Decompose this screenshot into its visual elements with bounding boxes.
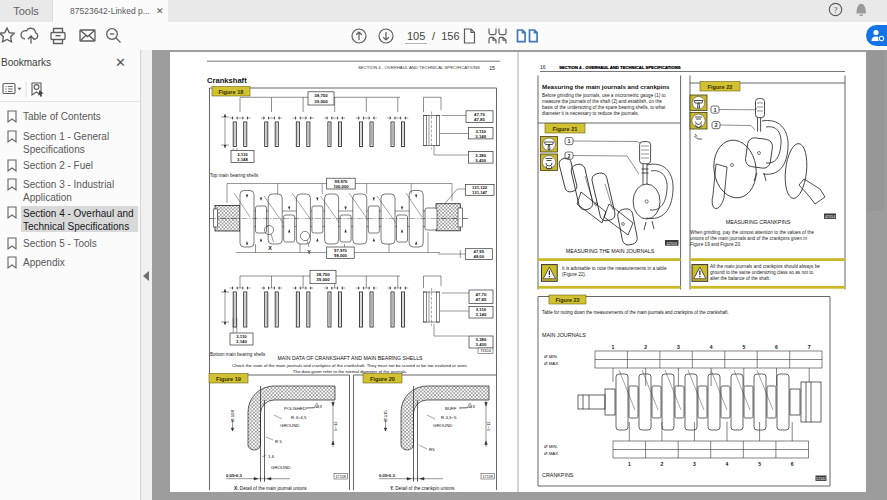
svg-text:42554: 42554 (825, 215, 836, 219)
svg-text:?: ? (834, 5, 838, 15)
svg-text:Figure 19 and Figure 20.: Figure 19 and Figure 20. (690, 242, 741, 247)
svg-text:0,3: 0,3 (316, 404, 322, 409)
svg-text:X. Detail of the main journal: X. Detail of the main journal unions (234, 486, 307, 491)
svg-text:7: 7 (808, 344, 811, 350)
svg-text:6: 6 (791, 461, 794, 467)
svg-text:ground to the same undersizing: ground to the same undersizing class so … (710, 270, 814, 275)
svg-text:3,140: 3,140 (476, 312, 487, 317)
svg-text:R5: R5 (429, 447, 435, 452)
svg-text:Table for noting down the meas: Table for noting down the measurements o… (542, 310, 729, 315)
svg-text:POLISHED: POLISHED (284, 406, 306, 411)
svg-text:131,147: 131,147 (472, 190, 488, 195)
svg-text:GROUND: GROUND (433, 423, 453, 428)
svg-text:6: 6 (775, 344, 778, 350)
svg-text:R 5: R 5 (275, 439, 282, 444)
svg-text:Ø MIN.: Ø MIN. (544, 444, 558, 449)
svg-text:73104: 73104 (480, 349, 491, 353)
svg-text:3,148: 3,148 (237, 157, 248, 162)
svg-text:GROUND: GROUND (271, 465, 291, 470)
svg-text:48,00: 48,00 (474, 254, 485, 259)
svg-text:5: 5 (742, 344, 745, 350)
svg-text:38,750: 38,750 (316, 272, 330, 277)
svg-text:X: X (268, 245, 272, 251)
svg-text:measure the journals of the sh: measure the journals of the shaft (2) an… (542, 99, 662, 104)
svg-text:Ø 115: Ø 115 (383, 410, 388, 422)
svg-text:SECTION 4 - OVERHAUL AND TECHN: SECTION 4 - OVERHAUL AND TECHNICAL SPECI… (559, 65, 681, 70)
svg-text:BUFF: BUFF (445, 406, 457, 411)
svg-text:16: 16 (540, 64, 546, 70)
svg-text:R 4÷4,5: R 4÷4,5 (291, 415, 307, 420)
svg-text:5: 5 (758, 461, 761, 467)
svg-text:1: 1 (628, 461, 631, 467)
svg-text:39,000: 39,000 (316, 277, 330, 282)
svg-text:1: 1 (714, 108, 717, 113)
svg-text:42553: 42553 (666, 242, 677, 246)
svg-text:basis of the undersizing of th: basis of the undersizing of the spare be… (542, 105, 666, 110)
svg-text:GROUND: GROUND (280, 423, 300, 428)
svg-text:/ 156: / 156 (432, 30, 460, 42)
svg-text:Top main bearing shells: Top main bearing shells (210, 173, 259, 178)
svg-text:When grinding, pay the utmost: When grinding, pay the utmost attention … (690, 230, 814, 235)
svg-text:Before grinding the journals,: Before grinding the journals, use a micr… (542, 93, 666, 98)
svg-text:17159: 17159 (483, 475, 493, 479)
svg-text:3,140: 3,140 (236, 339, 247, 344)
svg-text:1: 1 (568, 139, 571, 144)
svg-text:3,430: 3,430 (475, 158, 486, 163)
svg-text:Y: Y (307, 249, 311, 255)
svg-text:Check the state of the main jo: Check the state of the main journals and… (232, 363, 468, 368)
svg-text:diameter it is necessary to re: diameter it is necessary to reduce the j… (542, 111, 639, 116)
svg-text:0,05•0,3: 0,05•0,3 (379, 473, 395, 478)
svg-text:Figure 18: Figure 18 (219, 89, 244, 95)
svg-text:98,000: 98,000 (334, 253, 347, 258)
svg-text:3: 3 (677, 344, 680, 350)
svg-text:MEASURING CRANKPINS: MEASURING CRANKPINS (726, 219, 791, 225)
svg-text:Figure 20: Figure 20 (370, 376, 395, 382)
svg-text:47,85: 47,85 (476, 297, 487, 302)
svg-text:52342: 52342 (816, 477, 826, 481)
svg-text:47,70: 47,70 (476, 292, 487, 297)
svg-text:Measuring the main journals an: Measuring the main journals and crankpin… (542, 83, 670, 90)
svg-text:39,000: 39,000 (314, 99, 328, 104)
svg-text:Figure 19: Figure 19 (216, 376, 241, 382)
svg-text:9÷12: 9÷12 (333, 421, 338, 431)
svg-text:unions of the main journals an: unions of the main journals and of the c… (690, 236, 807, 241)
svg-text:Ø MIN.: Ø MIN. (544, 354, 558, 359)
svg-text:R 4,5÷5: R 4,5÷5 (441, 415, 457, 420)
svg-text:MEASURING THE MAIN JOURNALS: MEASURING THE MAIN JOURNALS (566, 248, 655, 254)
svg-text:SECTION 4 - OVERHAUL AND TECHN: SECTION 4 - OVERHAUL AND TECHNICAL SPECI… (358, 65, 480, 70)
svg-text:Figure 22: Figure 22 (708, 84, 733, 90)
svg-text:3,140: 3,140 (475, 134, 486, 139)
svg-text:Crankshaft: Crankshaft (207, 76, 247, 85)
svg-text:alter the balance of the shaft: alter the balance of the shaft. (710, 276, 770, 281)
svg-text:4: 4 (710, 344, 713, 350)
svg-text:MAIN DATA OF CRANKSHAFT AND MA: MAIN DATA OF CRANKSHAFT AND MAIN BEARING… (278, 355, 424, 361)
svg-text:15: 15 (489, 65, 495, 71)
svg-text:Figure 21: Figure 21 (553, 126, 578, 132)
svg-text:0,3: 0,3 (469, 404, 475, 409)
svg-text:105: 105 (407, 30, 425, 42)
svg-text:Bottom main bearing shells: Bottom main bearing shells (210, 352, 266, 357)
svg-text:2: 2 (661, 461, 664, 467)
svg-text:Y. Detail of the crankpin unio: Y. Detail of the crankpin unions (390, 486, 455, 491)
svg-text:3: 3 (693, 461, 696, 467)
svg-text:47,85: 47,85 (474, 117, 485, 122)
svg-text:(Figure 22).: (Figure 22). (562, 272, 586, 277)
svg-text:17158: 17158 (336, 475, 346, 479)
svg-text:4: 4 (726, 461, 729, 467)
svg-text:1: 1 (612, 344, 615, 350)
svg-text:38,750: 38,750 (314, 93, 328, 98)
svg-text:3,430: 3,430 (476, 342, 487, 347)
svg-text:2: 2 (644, 344, 647, 350)
svg-text:MAIN JOURNALS: MAIN JOURNALS (542, 332, 586, 338)
svg-text:Ø MAX.: Ø MAX. (544, 451, 559, 456)
svg-text:CRANKPINS: CRANKPINS (542, 472, 574, 478)
svg-text:All the main journals and cran: All the main journals and crankpins shou… (710, 264, 820, 269)
svg-text:It is advisable to note the me: It is advisable to note the measurements… (562, 266, 667, 271)
svg-text:0,05•0,3: 0,05•0,3 (226, 473, 242, 478)
svg-text:1,6: 1,6 (268, 454, 275, 459)
svg-text:Ø MAX.: Ø MAX. (544, 361, 559, 366)
svg-text:100,000: 100,000 (333, 184, 349, 189)
svg-text:2: 2 (715, 123, 718, 128)
svg-text:9÷12: 9÷12 (486, 421, 491, 431)
svg-text:Figure 23: Figure 23 (556, 297, 580, 303)
